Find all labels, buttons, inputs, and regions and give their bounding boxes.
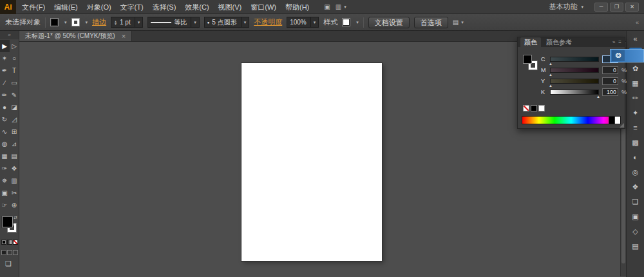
opacity-link[interactable]: 不透明度 <box>254 17 282 27</box>
color-panel-highlight[interactable]: ❂ <box>610 49 644 62</box>
swatches-icon[interactable]: ▦ <box>629 77 642 89</box>
align-icon[interactable]: ▤ <box>629 240 642 252</box>
menu-select[interactable]: 选择(S) <box>148 0 181 14</box>
navigator-icon[interactable]: ◇ <box>629 225 642 237</box>
draw-behind-button[interactable] <box>7 250 12 255</box>
close-button[interactable]: ✕ <box>625 3 639 12</box>
document-setup-button[interactable]: 文档设置 <box>368 17 410 28</box>
selection-tool[interactable]: ▶ <box>0 40 10 52</box>
line-segment-tool[interactable]: ∕ <box>0 77 10 89</box>
slice-tool[interactable]: ✂ <box>10 187 19 199</box>
artboard[interactable] <box>242 63 382 261</box>
restore-button[interactable]: ❐ <box>610 3 623 12</box>
color-button[interactable] <box>1 240 6 245</box>
panel-resize-grip[interactable] <box>620 123 624 128</box>
preferences-button[interactable]: 首选项 <box>414 17 448 28</box>
panel-collapse-icon[interactable]: » <box>612 39 615 45</box>
minimize-button[interactable]: ─ <box>594 3 608 12</box>
draw-inside-button[interactable] <box>13 250 18 255</box>
expand-panels-icon[interactable]: « <box>629 33 642 44</box>
collapse-controlbar-icon[interactable]: « <box>636 19 639 26</box>
graphic-styles-icon[interactable]: ❖ <box>629 181 642 193</box>
shape-builder-tool[interactable]: ◍ <box>0 138 10 150</box>
tab-color-guide[interactable]: 颜色参考 <box>542 37 576 48</box>
panel-fill-proxy[interactable] <box>523 55 532 64</box>
scale-tool[interactable]: ◿ <box>10 113 19 126</box>
toolbar-collapse-icon[interactable]: « <box>0 31 19 39</box>
free-transform-tool[interactable]: ⊞ <box>10 126 19 138</box>
hand-tool[interactable]: ☞ <box>0 199 10 211</box>
direct-selection-tool[interactable]: ▷ <box>10 40 19 52</box>
none-swatch[interactable] <box>523 105 529 111</box>
cyan-slider[interactable]: ▲ <box>550 57 599 62</box>
style-swatch[interactable] <box>342 18 350 26</box>
slider-thumb[interactable]: ▲ <box>549 84 553 88</box>
stroke-width-combo[interactable]: ▲▼ 1 pt ▾ <box>111 17 143 28</box>
perspective-grid-tool[interactable]: ⊿ <box>10 138 19 150</box>
none-button[interactable] <box>13 240 18 245</box>
stepper-icon[interactable]: ▲▼ <box>114 20 117 25</box>
magenta-value-input[interactable]: 0 <box>602 66 618 74</box>
fill-color-proxy[interactable] <box>2 216 13 227</box>
menu-view[interactable]: 视图(V) <box>214 0 247 14</box>
menu-type[interactable]: 文字(T) <box>116 0 148 14</box>
artboards-icon[interactable]: ▣ <box>629 211 642 222</box>
menu-file[interactable]: 文件(F) <box>17 0 50 14</box>
gradient-tool[interactable]: ▤ <box>10 150 19 162</box>
layers-icon[interactable]: ❏ <box>629 196 642 207</box>
yellow-slider[interactable]: ▲ <box>550 79 599 84</box>
color-guide-icon[interactable]: ✿ <box>629 62 642 74</box>
menu-effect[interactable]: 效果(C) <box>180 0 213 14</box>
gradient-icon[interactable]: ▩ <box>629 137 642 148</box>
transparency-icon[interactable]: ◐ <box>629 151 642 163</box>
lasso-tool[interactable]: ○ <box>10 52 19 64</box>
brush-definition-combo[interactable]: ● 5 点圆形 ▾ <box>204 17 249 28</box>
workspace-switcher[interactable]: 基本功能 ▾ <box>549 2 592 12</box>
appearance-icon[interactable]: ◎ <box>629 166 642 178</box>
blob-brush-tool[interactable]: ● <box>0 101 10 113</box>
symbol-sprayer-tool[interactable]: ✵ <box>0 175 10 187</box>
stroke-icon[interactable]: ≡ <box>629 122 642 133</box>
black-swatch[interactable] <box>531 105 537 111</box>
swap-fill-stroke-icon[interactable]: ⇄ <box>14 215 17 220</box>
artboard-tool[interactable]: ▣ <box>0 187 10 199</box>
menu-window[interactable]: 窗口(W) <box>246 0 281 14</box>
magic-wand-tool[interactable]: ✶ <box>0 52 10 64</box>
eyedropper-tool[interactable]: ✑ <box>0 162 10 175</box>
gradient-button[interactable] <box>7 240 12 245</box>
app-logo[interactable]: Ai <box>0 0 16 14</box>
tab-color[interactable]: 颜色 <box>520 37 541 48</box>
magenta-slider[interactable]: ▲ <box>550 68 599 73</box>
rectangle-tool[interactable]: ▭ <box>10 77 19 89</box>
type-tool[interactable]: T <box>10 64 19 77</box>
slider-thumb[interactable]: ▲ <box>549 73 553 77</box>
symbols-icon[interactable]: ✦ <box>629 107 642 119</box>
stroke-link[interactable]: 描边 <box>92 17 106 27</box>
yellow-value-input[interactable]: 0 <box>602 77 618 85</box>
pencil-tool[interactable]: ✎ <box>10 89 19 101</box>
black-slider[interactable]: ▲ <box>550 90 599 95</box>
color-spectrum[interactable] <box>522 116 621 124</box>
panel-menu-icon[interactable]: ≡ <box>618 39 621 45</box>
menu-object[interactable]: 对象(O) <box>82 0 116 14</box>
white-swatch[interactable] <box>538 105 545 111</box>
column-graph-tool[interactable]: ▥ <box>10 175 19 187</box>
tab-close-icon[interactable]: × <box>122 32 126 40</box>
opacity-combo[interactable]: 100% ▾ <box>287 17 319 28</box>
arrange-documents-icon[interactable]: ▥▾ <box>336 3 346 10</box>
screen-mode-button[interactable]: ❏ <box>5 260 12 268</box>
draw-normal-button[interactable] <box>1 250 6 255</box>
control-panel-menu-icon[interactable]: ▤▾ <box>453 19 464 26</box>
width-tool[interactable]: ∿ <box>0 126 10 138</box>
spectrum-black-swatch[interactable] <box>609 117 614 124</box>
black-value-input[interactable]: 100 <box>602 88 618 96</box>
document-tab[interactable]: 未标题-1* @ 50% (CMYK/预览) × <box>19 31 132 41</box>
pen-tool[interactable]: ✒ <box>0 64 10 77</box>
brushes-icon[interactable]: ✏ <box>629 92 642 104</box>
slider-thumb[interactable]: ▲ <box>596 95 600 99</box>
slider-thumb[interactable]: ▲ <box>549 62 553 66</box>
blend-tool[interactable]: ❖ <box>10 162 19 175</box>
zoom-tool[interactable]: ⊕ <box>10 199 19 211</box>
menu-edit[interactable]: 编辑(E) <box>50 0 82 14</box>
fill-color-swatch[interactable] <box>50 18 59 26</box>
